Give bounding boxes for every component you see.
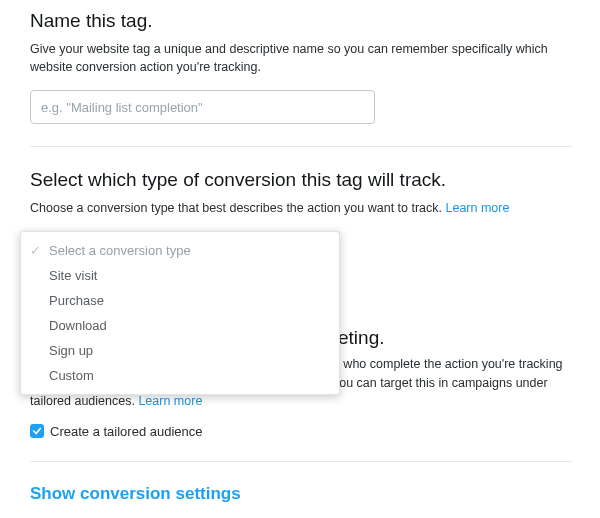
title-suffix: eting. [338,327,384,348]
check-icon [32,426,42,436]
section-description: Give your website tag a unique and descr… [30,40,572,76]
section-footer: Show conversion settings [30,484,572,518]
section-title: Name this tag. [30,10,572,32]
desc-text: Choose a conversion type that best descr… [30,201,446,215]
dropdown-placeholder-label: Select a conversion type [49,243,191,258]
tailored-audience-checkbox-row: Create a tailored audience [30,424,572,439]
learn-more-link[interactable]: Learn more [446,201,510,215]
form-container: Name this tag. Give your website tag a u… [0,0,600,518]
section-description: Choose a conversion type that best descr… [30,199,572,217]
learn-more-link[interactable]: Learn more [138,394,202,408]
section-conversion-type: Select which type of conversion this tag… [30,169,572,265]
checkbox-label: Create a tailored audience [50,424,203,439]
dropdown-option-site-visit[interactable]: Site visit [21,263,339,288]
section-title: Select which type of conversion this tag… [30,169,572,191]
section-name-tag: Name this tag. Give your website tag a u… [30,10,572,147]
dropdown-option-custom[interactable]: Custom [21,363,339,388]
tag-name-input[interactable] [30,90,375,124]
dropdown-option-download[interactable]: Download [21,313,339,338]
dropdown-placeholder[interactable]: ✓ Select a conversion type [21,238,339,263]
dropdown-option-purchase[interactable]: Purchase [21,288,339,313]
check-icon: ✓ [30,243,41,258]
tailored-audience-checkbox[interactable] [30,424,44,438]
conversion-type-select-wrap: ✓ Select a conversion type Site visit Pu… [30,231,340,265]
dropdown-option-sign-up[interactable]: Sign up [21,338,339,363]
show-conversion-settings-link[interactable]: Show conversion settings [30,484,241,503]
conversion-type-dropdown: ✓ Select a conversion type Site visit Pu… [20,231,340,395]
